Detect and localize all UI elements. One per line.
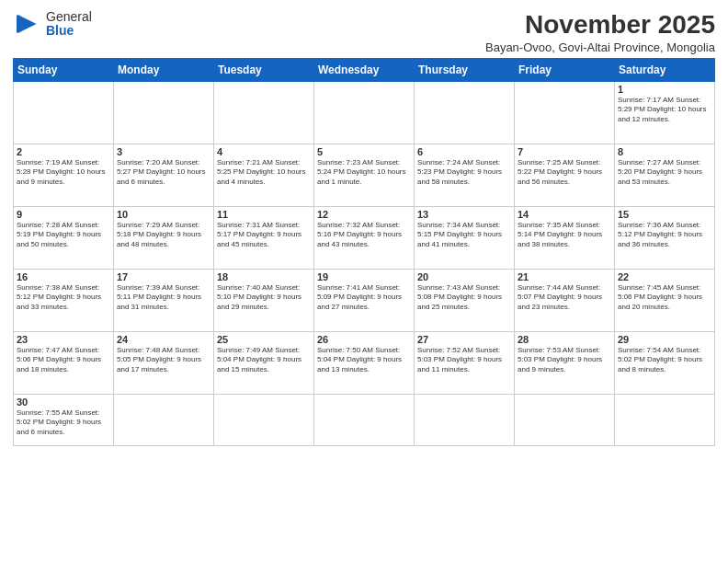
calendar-cell	[515, 394, 615, 445]
calendar-cell	[314, 81, 415, 144]
month-title: November 2025	[485, 9, 715, 40]
day-info: Sunrise: 7:35 AM Sunset: 5:14 PM Dayligh…	[518, 221, 611, 250]
calendar-cell: 19Sunrise: 7:41 AM Sunset: 5:09 PM Dayli…	[314, 269, 415, 331]
calendar-cell: 5Sunrise: 7:23 AM Sunset: 5:24 PM Daylig…	[314, 144, 415, 206]
logo-text: General Blue	[46, 10, 92, 39]
day-number: 22	[618, 271, 711, 282]
calendar-cell: 14Sunrise: 7:35 AM Sunset: 5:14 PM Dayli…	[515, 206, 615, 269]
day-info: Sunrise: 7:38 AM Sunset: 5:12 PM Dayligh…	[17, 283, 110, 313]
day-info: Sunrise: 7:23 AM Sunset: 5:24 PM Dayligh…	[317, 158, 411, 188]
day-number: 15	[618, 209, 711, 220]
logo: General Blue	[13, 9, 92, 39]
day-number: 14	[518, 209, 611, 220]
day-number: 5	[317, 146, 411, 157]
calendar-cell	[214, 81, 314, 144]
day-number: 10	[117, 209, 210, 220]
calendar-cell: 2Sunrise: 7:19 AM Sunset: 5:28 PM Daylig…	[14, 144, 114, 206]
weekday-wednesday: Wednesday	[314, 58, 415, 81]
calendar-cell: 16Sunrise: 7:38 AM Sunset: 5:12 PM Dayli…	[14, 269, 114, 331]
header: General Blue November 2025 Bayan-Ovoo, G…	[13, 9, 715, 54]
calendar-header: SundayMondayTuesdayWednesdayThursdayFrid…	[14, 58, 715, 81]
day-info: Sunrise: 7:50 AM Sunset: 5:04 PM Dayligh…	[317, 346, 411, 375]
calendar-cell: 21Sunrise: 7:44 AM Sunset: 5:07 PM Dayli…	[515, 269, 615, 331]
calendar-cell: 17Sunrise: 7:39 AM Sunset: 5:11 PM Dayli…	[114, 269, 214, 331]
calendar-cell: 13Sunrise: 7:34 AM Sunset: 5:15 PM Dayli…	[415, 206, 515, 269]
calendar-cell: 18Sunrise: 7:40 AM Sunset: 5:10 PM Dayli…	[214, 269, 314, 331]
logo-general: General	[46, 10, 92, 24]
day-number: 9	[17, 209, 110, 220]
calendar-cell: 3Sunrise: 7:20 AM Sunset: 5:27 PM Daylig…	[114, 144, 214, 206]
day-number: 20	[417, 271, 511, 282]
calendar-cell: 9Sunrise: 7:28 AM Sunset: 5:19 PM Daylig…	[14, 206, 114, 269]
calendar-week-4: 23Sunrise: 7:47 AM Sunset: 5:06 PM Dayli…	[14, 331, 715, 394]
calendar-cell: 24Sunrise: 7:48 AM Sunset: 5:05 PM Dayli…	[114, 331, 214, 394]
day-info: Sunrise: 7:31 AM Sunset: 5:17 PM Dayligh…	[217, 221, 311, 250]
day-info: Sunrise: 7:41 AM Sunset: 5:09 PM Dayligh…	[317, 283, 411, 313]
day-info: Sunrise: 7:24 AM Sunset: 5:23 PM Dayligh…	[417, 158, 511, 188]
day-info: Sunrise: 7:17 AM Sunset: 5:29 PM Dayligh…	[618, 96, 711, 125]
calendar-cell: 12Sunrise: 7:32 AM Sunset: 5:16 PM Dayli…	[314, 206, 415, 269]
generalblue-icon	[13, 9, 42, 39]
weekday-monday: Monday	[114, 58, 214, 81]
day-info: Sunrise: 7:34 AM Sunset: 5:15 PM Dayligh…	[417, 221, 511, 250]
day-info: Sunrise: 7:47 AM Sunset: 5:06 PM Dayligh…	[17, 346, 110, 375]
calendar-cell: 22Sunrise: 7:45 AM Sunset: 5:06 PM Dayli…	[615, 269, 715, 331]
calendar-cell: 15Sunrise: 7:36 AM Sunset: 5:12 PM Dayli…	[615, 206, 715, 269]
calendar-week-0: 1Sunrise: 7:17 AM Sunset: 5:29 PM Daylig…	[14, 81, 715, 144]
calendar-cell: 7Sunrise: 7:25 AM Sunset: 5:22 PM Daylig…	[515, 144, 615, 206]
day-info: Sunrise: 7:54 AM Sunset: 5:02 PM Dayligh…	[618, 346, 711, 375]
day-number: 18	[217, 271, 311, 282]
day-info: Sunrise: 7:40 AM Sunset: 5:10 PM Dayligh…	[217, 283, 311, 313]
day-number: 23	[17, 334, 110, 345]
day-info: Sunrise: 7:20 AM Sunset: 5:27 PM Dayligh…	[117, 158, 210, 188]
day-info: Sunrise: 7:32 AM Sunset: 5:16 PM Dayligh…	[317, 221, 411, 250]
day-info: Sunrise: 7:53 AM Sunset: 5:03 PM Dayligh…	[518, 346, 611, 375]
day-number: 27	[417, 334, 511, 345]
day-info: Sunrise: 7:44 AM Sunset: 5:07 PM Dayligh…	[518, 283, 611, 313]
day-info: Sunrise: 7:48 AM Sunset: 5:05 PM Dayligh…	[117, 346, 210, 375]
calendar-cell: 6Sunrise: 7:24 AM Sunset: 5:23 PM Daylig…	[415, 144, 515, 206]
day-number: 12	[317, 209, 411, 220]
svg-rect-1	[17, 15, 19, 32]
day-number: 25	[217, 334, 311, 345]
title-area: November 2025 Bayan-Ovoo, Govi-Altai Pro…	[485, 9, 715, 54]
day-number: 26	[317, 334, 411, 345]
calendar-cell: 26Sunrise: 7:50 AM Sunset: 5:04 PM Dayli…	[314, 331, 415, 394]
calendar-cell: 11Sunrise: 7:31 AM Sunset: 5:17 PM Dayli…	[214, 206, 314, 269]
day-number: 3	[117, 146, 210, 157]
weekday-saturday: Saturday	[615, 58, 715, 81]
day-number: 8	[618, 146, 711, 157]
calendar-cell: 10Sunrise: 7:29 AM Sunset: 5:18 PM Dayli…	[114, 206, 214, 269]
day-info: Sunrise: 7:36 AM Sunset: 5:12 PM Dayligh…	[618, 221, 711, 250]
calendar-cell	[415, 81, 515, 144]
day-number: 6	[417, 146, 511, 157]
day-number: 7	[518, 146, 611, 157]
day-number: 4	[217, 146, 311, 157]
day-info: Sunrise: 7:28 AM Sunset: 5:19 PM Dayligh…	[17, 221, 110, 250]
calendar-cell	[214, 394, 314, 445]
calendar-cell	[515, 81, 615, 144]
logo-blue: Blue	[46, 24, 92, 38]
calendar-cell: 25Sunrise: 7:49 AM Sunset: 5:04 PM Dayli…	[214, 331, 314, 394]
calendar-cell: 20Sunrise: 7:43 AM Sunset: 5:08 PM Dayli…	[415, 269, 515, 331]
calendar-cell: 27Sunrise: 7:52 AM Sunset: 5:03 PM Dayli…	[415, 331, 515, 394]
calendar-cell: 8Sunrise: 7:27 AM Sunset: 5:20 PM Daylig…	[615, 144, 715, 206]
day-info: Sunrise: 7:52 AM Sunset: 5:03 PM Dayligh…	[417, 346, 511, 375]
weekday-friday: Friday	[515, 58, 615, 81]
day-number: 19	[317, 271, 411, 282]
calendar-cell	[114, 81, 214, 144]
day-info: Sunrise: 7:49 AM Sunset: 5:04 PM Dayligh…	[217, 346, 311, 375]
day-info: Sunrise: 7:25 AM Sunset: 5:22 PM Dayligh…	[518, 158, 611, 188]
weekday-sunday: Sunday	[14, 58, 114, 81]
calendar-cell: 1Sunrise: 7:17 AM Sunset: 5:29 PM Daylig…	[615, 81, 715, 144]
calendar: SundayMondayTuesdayWednesdayThursdayFrid…	[13, 58, 715, 446]
weekday-thursday: Thursday	[415, 58, 515, 81]
calendar-cell: 23Sunrise: 7:47 AM Sunset: 5:06 PM Dayli…	[14, 331, 114, 394]
page: General Blue November 2025 Bayan-Ovoo, G…	[0, 0, 728, 563]
day-info: Sunrise: 7:39 AM Sunset: 5:11 PM Dayligh…	[117, 283, 210, 313]
day-number: 2	[17, 146, 110, 157]
day-info: Sunrise: 7:43 AM Sunset: 5:08 PM Dayligh…	[417, 283, 511, 313]
calendar-week-3: 16Sunrise: 7:38 AM Sunset: 5:12 PM Dayli…	[14, 269, 715, 331]
calendar-week-5: 30Sunrise: 7:55 AM Sunset: 5:02 PM Dayli…	[14, 394, 715, 445]
day-info: Sunrise: 7:21 AM Sunset: 5:25 PM Dayligh…	[217, 158, 311, 188]
